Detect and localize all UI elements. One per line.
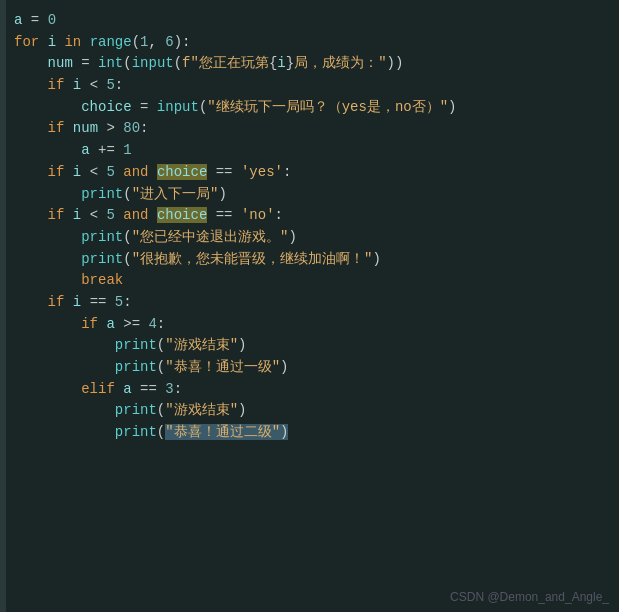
watermark: CSDN @Demon_and_Angle_ xyxy=(450,590,609,604)
code-line-11: print("您已经中途退出游戏。") xyxy=(14,227,609,249)
code-line-5: choice = input("继续玩下一局吗？（yes是，no否）") xyxy=(14,97,609,119)
code-line-19: print("游戏结束") xyxy=(14,400,609,422)
code-line-18: elif a == 3: xyxy=(14,379,609,401)
code-line-4: if i < 5: xyxy=(14,75,609,97)
code-editor: a = 0 for i in range(1, 6): num = int(in… xyxy=(0,0,619,612)
left-border xyxy=(0,0,6,612)
code-line-20: print("恭喜！通过二级") xyxy=(14,422,609,444)
code-line-6: if num > 80: xyxy=(14,118,609,140)
code-line-2: for i in range(1, 6): xyxy=(14,32,609,54)
code-line-17: print("恭喜！通过一级") xyxy=(14,357,609,379)
code-line-8: if i < 5 and choice == 'yes': xyxy=(14,162,609,184)
code-line-13: break xyxy=(14,270,609,292)
code-line-9: print("进入下一局") xyxy=(14,184,609,206)
code-line-7: a += 1 xyxy=(14,140,609,162)
code-line-12: print("很抱歉，您未能晋级，继续加油啊！") xyxy=(14,249,609,271)
code-line-1: a = 0 xyxy=(14,10,609,32)
code-line-14: if i == 5: xyxy=(14,292,609,314)
code-line-16: print("游戏结束") xyxy=(14,335,609,357)
code-line-3: num = int(input(f"您正在玩第{i}局，成绩为：")) xyxy=(14,53,609,75)
code-line-10: if i < 5 and choice == 'no': xyxy=(14,205,609,227)
code-line-15: if a >= 4: xyxy=(14,314,609,336)
